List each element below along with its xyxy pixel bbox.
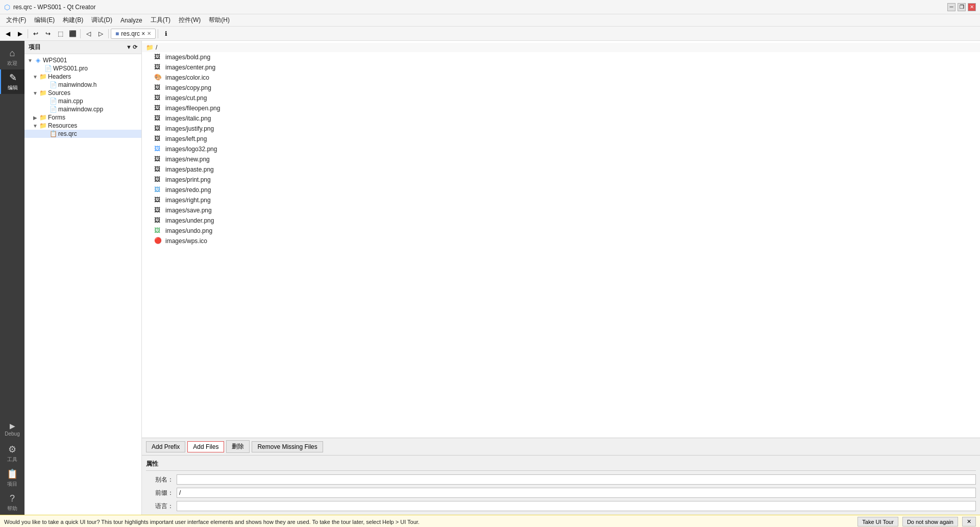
remove-button[interactable]: 删除 [226, 440, 250, 453]
resource-item-5[interactable]: 🖼 images/fileopen.png [142, 103, 980, 113]
menu-file[interactable]: 文件(F) [2, 15, 30, 26]
title-bar-controls[interactable]: ─ ❐ ✕ [947, 3, 976, 11]
panel-filter-icon[interactable]: ▼ [126, 44, 132, 51]
resource-item-3[interactable]: 🖼 images/copy.png [142, 83, 980, 93]
toolbar-nav-left[interactable]: ◁ [83, 28, 94, 39]
tree-arrow-forms: ▶ [32, 115, 39, 121]
file-icon-17: 🖼 [154, 227, 162, 235]
tree-item-forms[interactable]: ▶ 📁 Forms [24, 113, 141, 122]
prefix-folder-icon: 📁 [146, 44, 154, 51]
tree-icon-wps001: ◈ [34, 57, 42, 64]
tree-icon-sources: 📁 [39, 89, 47, 97]
prop-alias-input[interactable] [177, 474, 976, 485]
notif-close-button[interactable]: ✕ [962, 517, 976, 526]
resource-item-2[interactable]: 🎨 images/color.ico [142, 73, 980, 83]
tree-arrow-resources: ▼ [32, 123, 39, 129]
file-name-2: images/color.ico [165, 74, 209, 81]
sidebar-icon-edit[interactable]: ✎ 编辑 [0, 69, 24, 94]
resource-item-10[interactable]: 🖼 images/new.png [142, 154, 980, 164]
menu-build[interactable]: 构建(B) [59, 15, 87, 26]
tree-item-main-cpp[interactable]: ▶ 📄 main.cpp [24, 97, 141, 105]
resource-item-17[interactable]: 🖼 images/undo.png [142, 226, 980, 236]
toolbar-btn3[interactable]: ⬚ [55, 28, 66, 39]
menu-analyze[interactable]: Analyze [116, 16, 146, 25]
tree-icon-forms: 📁 [39, 114, 47, 121]
file-name-1: images/center.png [165, 64, 215, 71]
prop-row-prefix: 前缀： [146, 486, 976, 499]
sidebar-icon-help[interactable]: ? 帮助 [0, 490, 24, 515]
resource-item-8[interactable]: 🖼 images/left.png [142, 134, 980, 144]
resource-item-1[interactable]: 🖼 images/center.png [142, 62, 980, 73]
tab-close-btn[interactable]: ✕ [147, 31, 151, 36]
resource-item-15[interactable]: 🖼 images/save.png [142, 205, 980, 215]
tree-label-resources: Resources [48, 122, 77, 129]
sidebar-icon-tools[interactable]: ⚙ 工具 [0, 441, 24, 466]
debug-label: Debug [5, 431, 19, 437]
resource-item-6[interactable]: 🖼 images/italic.png [142, 113, 980, 124]
resource-item-11[interactable]: 🖼 images/paste.png [142, 164, 980, 175]
welcome-label: 欢迎 [7, 60, 17, 67]
tab-file-label: res.qrc × [121, 30, 145, 37]
tree-item-wps001[interactable]: ▼ ◈ WPS001 [24, 56, 141, 64]
minimize-button[interactable]: ─ [947, 3, 955, 11]
resource-item-0[interactable]: 🖼 images/bold.png [142, 52, 980, 62]
restore-button[interactable]: ❐ [958, 3, 966, 11]
bottom-panel: Add Prefix Add Files 删除 Remove Missing F… [142, 438, 980, 515]
toolbar-nav-right[interactable]: ▷ [95, 28, 106, 39]
toolbar-undo[interactable]: ↩ [30, 28, 41, 39]
sidebar-icon-debug[interactable]: ▶ Debug [0, 417, 24, 441]
menu-widget[interactable]: 控件(W) [175, 15, 205, 26]
resource-item-9[interactable]: 🖼 images/logo32.png [142, 144, 980, 154]
prop-lang-input[interactable] [177, 501, 976, 511]
tree-item-res-qrc[interactable]: ▶ 📋 res.qrc [24, 130, 141, 138]
tab-file-icon: ■ [115, 30, 119, 37]
tree-item-mainwindow-h[interactable]: ▶ 📄 mainwindow.h [24, 81, 141, 89]
toolbar-forward[interactable]: ▶ [14, 28, 26, 39]
tools-label: 工具 [7, 456, 17, 463]
menu-edit[interactable]: 编辑(E) [30, 15, 59, 26]
tree-item-sources[interactable]: ▼ 📁 Sources [24, 89, 141, 97]
toolbar-back[interactable]: ◀ [2, 28, 13, 39]
remove-missing-button[interactable]: Remove Missing Files [252, 441, 323, 452]
add-files-button[interactable]: Add Files [187, 441, 224, 452]
take-tour-button[interactable]: Take UI Tour [857, 517, 898, 526]
resource-item-18[interactable]: 🔴 images/wps.ico [142, 236, 980, 246]
sidebar-icon-welcome[interactable]: ⌂ 欢迎 [0, 45, 24, 69]
project-icon: 📋 [7, 468, 18, 480]
resource-item-16[interactable]: 🖼 images/under.png [142, 215, 980, 226]
resource-item-4[interactable]: 🖼 images/cut.png [142, 93, 980, 103]
panel-sync-icon[interactable]: ⟳ [133, 44, 137, 51]
resource-item-12[interactable]: 🖼 images/print.png [142, 175, 980, 185]
dont-show-button[interactable]: Do not show again [902, 517, 958, 526]
menu-tools[interactable]: 工具(T) [146, 15, 175, 26]
resource-item-13[interactable]: 🖼 images/redo.png [142, 185, 980, 195]
file-icon-3: 🖼 [154, 84, 162, 92]
tree-item-resources[interactable]: ▼ 📁 Resources [24, 122, 141, 130]
file-name-6: images/italic.png [165, 115, 211, 122]
toolbar-btn4[interactable]: ⬛ [67, 28, 78, 39]
close-button[interactable]: ✕ [968, 3, 976, 11]
file-icon-8: 🖼 [154, 135, 162, 143]
resource-item-7[interactable]: 🖼 images/justify.png [142, 124, 980, 134]
prefix-row[interactable]: 📁 / [142, 43, 980, 52]
file-icon-13: 🖼 [154, 186, 162, 194]
tree-item-wps001pro[interactable]: ▶ 📄 WPS001.pro [24, 64, 141, 73]
toolbar-info[interactable]: ℹ [160, 28, 172, 39]
tree-item-headers[interactable]: ▼ 📁 Headers [24, 73, 141, 81]
tree-label-mainwindow-h: mainwindow.h [58, 81, 96, 88]
file-icon-16: 🖼 [154, 217, 162, 225]
tree-icon-main-cpp: 📄 [49, 98, 57, 105]
resource-item-14[interactable]: 🖼 images/right.png [142, 195, 980, 205]
add-prefix-button[interactable]: Add Prefix [146, 441, 185, 452]
file-tab[interactable]: ■ res.qrc × ✕ [111, 29, 156, 39]
tree-item-mainwindow-cpp[interactable]: ▶ 📄 mainwindow.cpp [24, 105, 141, 113]
sidebar-icon-project[interactable]: 📋 项目 [0, 466, 24, 490]
menu-help[interactable]: 帮助(H) [205, 15, 234, 26]
file-name-5: images/fileopen.png [165, 105, 220, 112]
toolbar-redo[interactable]: ↪ [42, 28, 54, 39]
tree-label-wps001: WPS001 [43, 57, 67, 64]
tree-icon-res-qrc: 📋 [49, 130, 57, 137]
tree-label-headers: Headers [48, 73, 71, 80]
menu-debug[interactable]: 调试(D) [87, 15, 116, 26]
prop-prefix-input[interactable] [177, 488, 976, 498]
